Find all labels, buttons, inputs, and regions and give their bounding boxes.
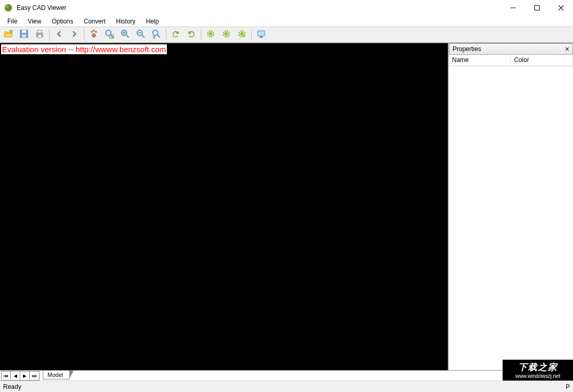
svg-point-46 <box>240 32 243 35</box>
svg-line-28 <box>157 35 160 38</box>
svg-point-0 <box>5 4 12 11</box>
svg-line-21 <box>126 35 129 38</box>
layers-icon <box>517 372 523 379</box>
gear-green-button[interactable] <box>203 28 218 42</box>
svg-point-27 <box>153 30 158 35</box>
minimize-button[interactable] <box>501 0 525 16</box>
maximize-button[interactable] <box>525 0 549 16</box>
properties-col-name[interactable]: Name <box>449 55 511 66</box>
font-tab[interactable]: A Font <box>545 371 572 380</box>
svg-line-25 <box>142 35 144 38</box>
toolbar <box>0 27 573 43</box>
tab-nav-last[interactable]: ⏭ <box>30 372 39 380</box>
font-tab-label: Font <box>556 372 567 378</box>
menu-file[interactable]: File <box>2 17 22 26</box>
svg-rect-50 <box>259 37 263 38</box>
paw-button[interactable] <box>87 28 101 42</box>
statusbar: Ready P <box>0 381 573 392</box>
menu-options[interactable]: Options <box>46 17 78 26</box>
model-tab-label: Model <box>47 372 63 378</box>
svg-point-6 <box>9 30 13 33</box>
menu-help[interactable]: Help <box>141 17 164 26</box>
zoom-extents-button[interactable] <box>149 28 164 42</box>
toolbar-separator <box>49 29 50 41</box>
menu-view[interactable]: View <box>22 17 46 26</box>
close-button[interactable] <box>549 0 573 16</box>
arrow-left-icon <box>54 29 64 41</box>
svg-point-15 <box>95 31 97 33</box>
svg-point-14 <box>93 30 95 32</box>
tab-nav-group: ⏮ ◀ ▶ ⏭ <box>1 371 40 381</box>
svg-point-13 <box>91 31 93 33</box>
forward-button[interactable] <box>67 28 82 42</box>
zoom-in-button[interactable] <box>118 28 132 42</box>
save-button[interactable] <box>17 28 31 42</box>
svg-rect-11 <box>38 30 42 33</box>
window-title: Easy CAD Viewer <box>17 4 501 11</box>
redo-icon <box>170 29 181 41</box>
properties-columns: Name Color <box>449 55 573 66</box>
toolbar-separator <box>166 29 166 41</box>
gear-reload-icon <box>221 29 231 41</box>
floppy-icon <box>19 29 29 41</box>
undo-icon <box>186 29 197 41</box>
zoom-window-button[interactable] <box>102 28 117 42</box>
back-button[interactable] <box>52 28 66 42</box>
folder-open-icon <box>3 29 14 41</box>
svg-rect-48 <box>258 31 265 36</box>
zoom-out-button[interactable] <box>133 28 148 42</box>
toolbar-separator <box>201 29 201 41</box>
zoom-out-icon <box>136 29 146 41</box>
paw-icon <box>89 29 99 41</box>
svg-point-1 <box>6 6 8 8</box>
menu-convert[interactable]: Convert <box>79 17 111 26</box>
layer-tab-label: Layer <box>525 372 540 378</box>
properties-body <box>449 66 573 370</box>
svg-point-16 <box>92 33 96 38</box>
zoom-in-icon <box>120 29 130 41</box>
tab-nav-prev[interactable]: ◀ <box>11 372 20 380</box>
status-right: P <box>566 383 570 390</box>
printer-icon <box>34 29 45 41</box>
status-ready: Ready <box>3 383 21 390</box>
titlebar: Easy CAD Viewer <box>0 0 573 16</box>
main-area: Evaluation version -- http://wwww.benzso… <box>0 43 573 370</box>
bottom-tabs: ⏮ ◀ ▶ ⏭ Model Layer A Font <box>0 370 573 381</box>
svg-rect-9 <box>22 34 26 38</box>
redo-button[interactable] <box>168 28 183 42</box>
tab-nav-next[interactable]: ▶ <box>20 372 30 380</box>
svg-rect-12 <box>38 35 42 38</box>
model-tab[interactable]: Model <box>43 371 70 379</box>
properties-close-button[interactable]: × <box>565 45 569 53</box>
monitor-button[interactable] <box>254 28 269 42</box>
arrow-right-icon <box>69 29 80 41</box>
svg-point-34 <box>209 32 212 35</box>
gear-play-button[interactable] <box>235 28 249 42</box>
gear-reload-button[interactable] <box>219 28 234 42</box>
layer-tab[interactable]: Layer <box>512 371 544 380</box>
app-icon <box>4 4 13 12</box>
open-button[interactable] <box>1 28 16 42</box>
window-controls <box>501 0 573 16</box>
zoom-extents-icon <box>151 29 162 41</box>
gear-play-icon <box>237 29 247 41</box>
font-icon: A <box>550 372 554 378</box>
svg-point-40 <box>225 32 228 35</box>
evaluation-label: Evaluation version -- http://wwww.benzso… <box>1 44 167 54</box>
svg-rect-3 <box>535 5 540 10</box>
print-button[interactable] <box>32 28 47 42</box>
svg-marker-52 <box>517 374 522 377</box>
canvas-area[interactable]: Evaluation version -- http://wwww.benzso… <box>0 43 448 370</box>
undo-button[interactable] <box>184 28 199 42</box>
toolbar-separator <box>251 29 252 41</box>
properties-col-color[interactable]: Color <box>511 55 573 66</box>
toolbar-separator <box>84 29 84 41</box>
tab-nav-first[interactable]: ⏮ <box>2 372 11 380</box>
properties-title: Properties <box>453 45 481 53</box>
gear-plus-icon <box>205 29 216 41</box>
menu-history[interactable]: History <box>111 17 141 26</box>
zoom-window-icon <box>104 29 115 41</box>
menubar: File View Options Convert History Help <box>0 16 573 27</box>
properties-panel: Properties × Name Color <box>448 43 573 370</box>
properties-header: Properties × <box>449 43 573 55</box>
